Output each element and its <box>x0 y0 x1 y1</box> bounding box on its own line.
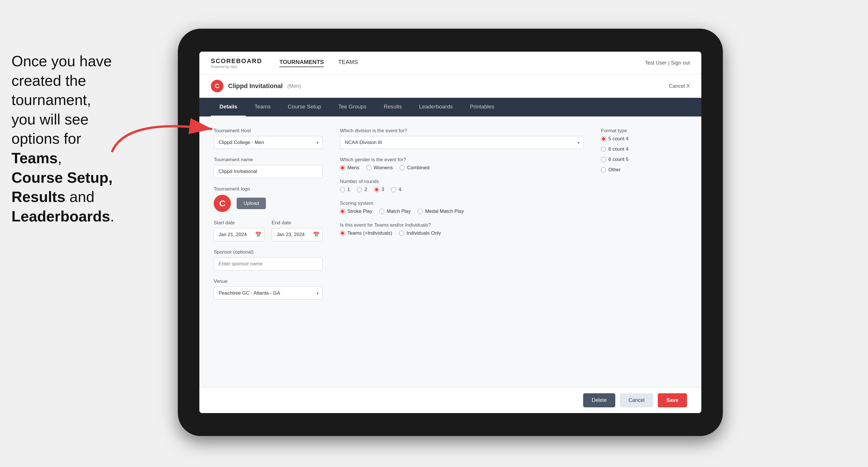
rounds-3-radio[interactable] <box>374 187 379 192</box>
rounds-2-radio[interactable] <box>357 187 362 192</box>
teams-individuals-label: Is this event for Teams and/or Individua… <box>340 222 584 228</box>
tournament-logo-label: Tournament logo <box>214 186 323 192</box>
division-select[interactable]: NCAA Division III <box>340 136 584 149</box>
rounds-2[interactable]: 2 <box>357 187 367 192</box>
gender-mens-radio[interactable] <box>340 165 345 170</box>
tab-tee-groups[interactable]: Tee Groups <box>330 98 375 117</box>
logo-sub: Powered by clipd <box>211 65 262 69</box>
tab-course-setup[interactable]: Course Setup <box>279 98 330 117</box>
scoring-medal-match-play-radio[interactable] <box>417 209 423 214</box>
tablet-screen: SCOREBOARD Powered by clipd TOURNAMENTS … <box>199 52 701 413</box>
individuals-only[interactable]: Individuals Only <box>399 230 441 236</box>
user-area[interactable]: Test User | Sign out <box>645 60 690 66</box>
rounds-label: Number of rounds <box>340 179 584 184</box>
dates-group: Start date 📅 End date 📅 <box>214 220 323 241</box>
rounds-4-radio[interactable] <box>391 187 396 192</box>
breadcrumb-sub: (Men) <box>287 83 301 89</box>
nav-teams[interactable]: TEAMS <box>338 59 358 67</box>
upload-button[interactable]: Upload <box>237 198 266 209</box>
breadcrumb-cancel-button[interactable]: Cancel X <box>669 83 690 89</box>
teams-plus-individuals[interactable]: Teams (+Individuals) <box>340 230 392 236</box>
user-sign-out[interactable]: Test User | Sign out <box>645 60 690 66</box>
end-date-wrap: 📅 <box>272 228 323 241</box>
venue-select[interactable]: Peachtree GC - Atlanta - GA <box>214 286 323 300</box>
gender-womens-radio[interactable] <box>366 165 371 170</box>
division-label: Which division is the event for? <box>340 128 584 134</box>
tab-teams[interactable]: Teams <box>246 98 279 117</box>
scoring-stroke-play[interactable]: Stroke Play <box>340 209 372 214</box>
format-6count4-radio[interactable] <box>601 147 606 152</box>
format-5count4[interactable]: 5 count 4 <box>601 136 687 142</box>
rounds-radio-group: 1 2 3 4 <box>340 187 584 192</box>
tournament-host-group: Tournament Host Clippd College - Men <box>214 128 323 149</box>
explanatory-text: Once you have created the tournament, yo… <box>0 40 161 238</box>
format-other-radio[interactable] <box>601 167 606 173</box>
rounds-group: Number of rounds 1 2 <box>340 179 584 192</box>
cancel-button[interactable]: Cancel <box>620 393 653 407</box>
format-5count4-radio[interactable] <box>601 136 606 142</box>
main-content: Tournament Host Clippd College - Men Tou… <box>199 117 701 413</box>
gender-mens[interactable]: Mens <box>340 165 360 171</box>
tab-bar: Details Teams Course Setup Tee Groups Re… <box>199 98 701 117</box>
gender-radio-group: Mens Womens Combined <box>340 165 584 171</box>
tab-details[interactable]: Details <box>211 98 246 117</box>
venue-label: Venue <box>214 279 323 284</box>
date-row: Start date 📅 End date 📅 <box>214 220 323 241</box>
breadcrumb-bar: C Clippd Invitational (Men) Cancel X <box>199 74 701 98</box>
tablet-frame: SCOREBOARD Powered by clipd TOURNAMENTS … <box>178 29 723 436</box>
rounds-1-radio[interactable] <box>340 187 345 192</box>
scoring-stroke-play-radio[interactable] <box>340 209 345 214</box>
format-type-radio-group: 5 count 4 6 count 4 6 count 5 <box>601 136 687 173</box>
sponsor-input[interactable] <box>214 257 323 271</box>
format-other[interactable]: Other <box>601 167 687 173</box>
scoring-match-play[interactable]: Match Play <box>379 209 411 214</box>
top-nav: SCOREBOARD Powered by clipd TOURNAMENTS … <box>199 52 701 74</box>
delete-button[interactable]: Delete <box>583 393 615 407</box>
format-6count5[interactable]: 6 count 5 <box>601 157 687 162</box>
venue-group: Venue Peachtree GC - Atlanta - GA <box>214 279 323 300</box>
sponsor-group: Sponsor (optional) <box>214 249 323 271</box>
tournament-name-input[interactable] <box>214 165 323 178</box>
venue-select-wrap: Peachtree GC - Atlanta - GA <box>214 286 323 300</box>
scoring-match-play-radio[interactable] <box>379 209 384 214</box>
gender-womens[interactable]: Womens <box>366 165 393 171</box>
format-type-label: Format type <box>601 128 687 134</box>
breadcrumb-icon: C <box>211 80 223 92</box>
rounds-3[interactable]: 3 <box>374 187 384 192</box>
tournament-logo-group: Tournament logo C Upload <box>214 186 323 212</box>
rounds-4[interactable]: 4 <box>391 187 401 192</box>
end-date-label: End date <box>272 220 323 226</box>
scoring-group: Scoring system Stroke Play Match Play <box>340 200 584 214</box>
tab-results[interactable]: Results <box>375 98 410 117</box>
scoring-medal-match-play[interactable]: Medal Match Play <box>417 209 464 214</box>
gender-combined-radio[interactable] <box>400 165 405 170</box>
scoring-label: Scoring system <box>340 200 584 206</box>
sponsor-label: Sponsor (optional) <box>214 249 323 255</box>
teams-individuals-radio-group: Teams (+Individuals) Individuals Only <box>340 230 584 236</box>
gender-combined[interactable]: Combined <box>400 165 429 171</box>
logo-upload-area: C Upload <box>214 195 323 212</box>
logo-preview: C <box>214 195 231 212</box>
tournament-name-group: Tournament name <box>214 157 323 178</box>
gender-label: Which gender is the event for? <box>340 157 584 163</box>
save-button[interactable]: Save <box>658 393 687 407</box>
format-6count4[interactable]: 6 count 4 <box>601 146 687 152</box>
teams-individuals-group: Is this event for Teams and/or Individua… <box>340 222 584 236</box>
nav-links: TOURNAMENTS TEAMS <box>279 59 645 67</box>
footer-bar: Delete Cancel Save <box>199 387 701 413</box>
format-6count5-radio[interactable] <box>601 157 606 162</box>
scoring-radio-group: Stroke Play Match Play Medal Match Play <box>340 209 584 214</box>
tab-printables[interactable]: Printables <box>461 98 503 117</box>
tournament-name-label: Tournament name <box>214 157 323 163</box>
teams-plus-individuals-radio[interactable] <box>340 230 345 236</box>
individuals-only-radio[interactable] <box>399 230 404 236</box>
rounds-1[interactable]: 1 <box>340 187 350 192</box>
nav-tournaments[interactable]: TOURNAMENTS <box>279 59 324 67</box>
start-date-icon: 📅 <box>255 231 261 238</box>
tab-leaderboards[interactable]: Leaderboards <box>410 98 461 117</box>
tournament-host-select[interactable]: Clippd College - Men <box>214 136 323 149</box>
format-type-group: Format type 5 count 4 6 count 4 <box>601 128 687 173</box>
form-area: Tournament Host Clippd College - Men Tou… <box>199 117 701 387</box>
logo-title: SCOREBOARD <box>211 57 262 65</box>
tournament-host-select-wrap: Clippd College - Men <box>214 136 323 149</box>
